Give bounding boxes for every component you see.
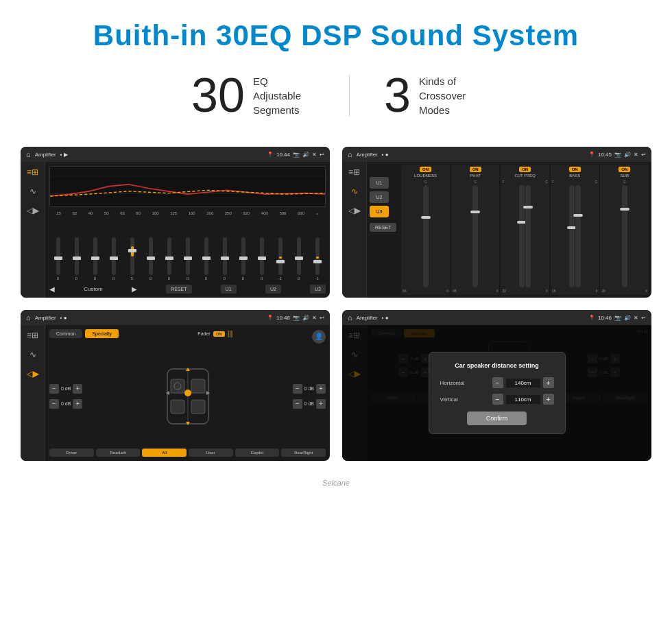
rl-control: − 0 dB + bbox=[49, 399, 82, 409]
fr-plus-btn[interactable]: + bbox=[316, 384, 326, 394]
band-sub: ON SUB G 200 bbox=[600, 165, 649, 295]
sub-slider[interactable] bbox=[622, 185, 627, 287]
cutfreq-slider-g[interactable] bbox=[525, 185, 531, 287]
screen3-back-icon[interactable]: ↩ bbox=[320, 315, 324, 321]
home-icon[interactable]: ⌂ bbox=[26, 150, 31, 158]
screen4-content: ≡⊞ ∿ ◁▶ Common Specialty ON ||| − bbox=[342, 325, 651, 461]
screen4-close-icon[interactable]: ✕ bbox=[634, 315, 638, 321]
eq-slider-4[interactable]: 5 bbox=[123, 237, 141, 281]
copilot-btn[interactable]: Copilot bbox=[235, 449, 280, 457]
eq-slider-9[interactable]: 0 bbox=[216, 237, 233, 281]
cross-reset-btn[interactable]: RESET bbox=[370, 223, 396, 232]
stat1-number: 30 bbox=[191, 71, 245, 119]
screen3-close-icon[interactable]: ✕ bbox=[312, 315, 317, 321]
screen-dialog: ⌂ Amplifier ▪ ● 📍 10:46 📷 🔊 ✕ ↩ ≡⊞ ∿ bbox=[342, 310, 651, 461]
fl-plus-btn[interactable]: + bbox=[73, 384, 82, 394]
eq-slider-6[interactable]: 0 bbox=[160, 237, 178, 281]
rearleft-btn[interactable]: RearLeft bbox=[96, 449, 141, 457]
wave-sidebar-s2[interactable]: ∿ bbox=[351, 187, 358, 196]
screen1-back-icon[interactable]: ↩ bbox=[320, 152, 324, 158]
all-btn[interactable]: All bbox=[142, 449, 187, 457]
rearright-btn[interactable]: RearRight bbox=[281, 449, 326, 457]
eq-sidebar-icon[interactable]: ≡⊞ bbox=[27, 167, 38, 177]
horizontal-row: Horizontal − 140cm + bbox=[440, 377, 554, 388]
screen1-close-icon[interactable]: ✕ bbox=[312, 152, 317, 158]
horizontal-label: Horizontal bbox=[440, 380, 475, 386]
volume-icon: 🔊 bbox=[302, 152, 309, 158]
right-controls: − 0 dB + − 0 dB + bbox=[293, 384, 326, 409]
home-icon-s2[interactable]: ⌂ bbox=[348, 150, 352, 158]
confirm-button[interactable]: Confirm bbox=[467, 412, 527, 425]
rl-plus-btn[interactable]: + bbox=[73, 399, 82, 409]
eq-slider-0[interactable]: 0 bbox=[49, 237, 67, 281]
screen3-time: 10:46 bbox=[276, 315, 290, 321]
eq-slider-3[interactable]: 0 bbox=[105, 237, 122, 281]
bass-label: BASS bbox=[569, 174, 580, 178]
driver-btn[interactable]: Driver bbox=[49, 449, 94, 457]
wave-sidebar-icon[interactable]: ∿ bbox=[29, 187, 36, 196]
location-icon-s2: 📍 bbox=[588, 152, 595, 158]
fl-minus-btn[interactable]: − bbox=[49, 384, 59, 394]
fr-minus-btn[interactable]: − bbox=[293, 384, 302, 394]
speaker-tabs: Common Specialty bbox=[49, 329, 119, 338]
eq-slider-12[interactable]: -1 bbox=[272, 237, 289, 281]
eq-slider-7[interactable]: 0 bbox=[179, 237, 196, 281]
eq-slider-1[interactable]: 0 bbox=[68, 237, 85, 281]
screen4-back-icon[interactable]: ↩ bbox=[641, 315, 646, 321]
fr-control: − 0 dB + bbox=[293, 384, 326, 394]
phat-slider[interactable] bbox=[472, 185, 478, 287]
rr-minus-btn[interactable]: − bbox=[293, 399, 302, 409]
eq-sidebar-s3[interactable]: ≡⊞ bbox=[27, 331, 38, 340]
band-bass: ON BASS FG bbox=[551, 165, 599, 295]
reset-btn[interactable]: RESET bbox=[166, 285, 191, 294]
u1-cross-btn[interactable]: U1 bbox=[370, 177, 389, 189]
rl-minus-btn[interactable]: − bbox=[49, 399, 59, 409]
location-icon: 📍 bbox=[267, 152, 274, 158]
bass-slider-f[interactable] bbox=[569, 185, 575, 287]
home-icon-s3[interactable]: ⌂ bbox=[26, 313, 31, 322]
rr-plus-btn[interactable]: + bbox=[316, 399, 326, 409]
loudness-slider[interactable] bbox=[423, 185, 429, 287]
eq-slider-8[interactable]: 0 bbox=[197, 237, 215, 281]
u3-cross-btn[interactable]: U3 bbox=[370, 206, 389, 217]
phat-on: ON bbox=[470, 167, 481, 172]
horizontal-minus-btn[interactable]: − bbox=[492, 377, 503, 388]
user-btn[interactable]: User bbox=[189, 449, 233, 457]
screen2-sidebar: ≡⊞ ∿ ◁▶ bbox=[342, 162, 367, 298]
screen2-back-icon[interactable]: ↩ bbox=[641, 152, 646, 158]
vertical-plus-btn[interactable]: + bbox=[543, 394, 554, 405]
specialty-tab[interactable]: Specialty bbox=[85, 329, 118, 338]
vertical-minus-btn[interactable]: − bbox=[492, 394, 503, 405]
eq-sliders: document.write(''); 000050000000-10-1 bbox=[49, 218, 326, 281]
stat-crossover: 3 Kinds of Crossover Modes bbox=[350, 71, 515, 119]
wave-sidebar-s3[interactable]: ∿ bbox=[29, 350, 36, 359]
eq-panel: 2532405063 80100125160200 25032040050063… bbox=[45, 162, 330, 298]
eq-slider-2[interactable]: 0 bbox=[86, 237, 104, 281]
loudness-label: LOUDNESS bbox=[414, 174, 437, 178]
eq-slider-11[interactable]: 0 bbox=[253, 237, 270, 281]
eq-sidebar-s2[interactable]: ≡⊞ bbox=[348, 167, 360, 177]
eq-slider-5[interactable]: 0 bbox=[142, 237, 159, 281]
eq-slider-14[interactable]: -1 bbox=[309, 237, 326, 281]
page-title: Buith-in 30EQ DSP Sound System bbox=[0, 0, 672, 64]
eq-slider-10[interactable]: 0 bbox=[235, 237, 252, 281]
horizontal-plus-btn[interactable]: + bbox=[543, 377, 554, 388]
screen4-title: Amplifier bbox=[357, 315, 378, 321]
u2-btn[interactable]: U2 bbox=[265, 285, 281, 294]
vol-sidebar-icon[interactable]: ◁▶ bbox=[27, 206, 39, 215]
u1-btn[interactable]: U1 bbox=[221, 285, 237, 294]
horizontal-value: 140cm bbox=[506, 379, 540, 387]
u2-cross-btn[interactable]: U2 bbox=[370, 191, 389, 203]
vol-sidebar-s3[interactable]: ◁▶ bbox=[27, 369, 39, 379]
bass-slider-g[interactable] bbox=[575, 185, 581, 287]
screen-crossover: ⌂ Amplifier ▪ ● 📍 10:45 📷 🔊 ✕ ↩ ≡⊞ ∿ bbox=[342, 147, 651, 298]
eq-slider-13[interactable]: 0 bbox=[290, 237, 307, 281]
screen2-close-icon[interactable]: ✕ bbox=[634, 152, 638, 158]
prev-preset-btn[interactable]: ◀ bbox=[49, 285, 55, 293]
home-icon-s4[interactable]: ⌂ bbox=[348, 313, 352, 322]
u3-btn[interactable]: U3 bbox=[310, 285, 326, 294]
common-tab[interactable]: Common bbox=[49, 329, 82, 338]
vol-sidebar-s2[interactable]: ◁▶ bbox=[348, 206, 361, 215]
next-preset-btn[interactable]: ▶ bbox=[132, 285, 137, 293]
cutfreq-slider-f[interactable] bbox=[519, 185, 525, 287]
